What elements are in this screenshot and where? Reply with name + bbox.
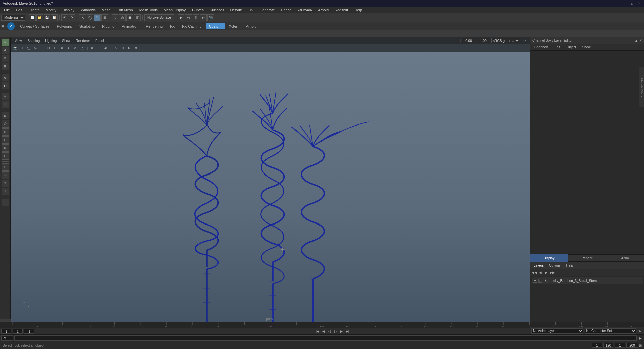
timeline-start[interactable] (1, 329, 11, 334)
play-end-btn[interactable]: ▶| (345, 329, 351, 334)
anim-layer-btn[interactable]: ⊟ (2, 136, 9, 144)
vp-tool3[interactable]: ⊟ (46, 45, 52, 51)
vp-tool10[interactable]: ◦ (96, 45, 102, 51)
timeline-display[interactable] (24, 329, 34, 334)
sculpt-btn[interactable]: ⊠ (2, 144, 9, 152)
ipr-btn[interactable]: ⊲ (185, 14, 192, 21)
vp-menu-show[interactable]: Show (60, 38, 72, 43)
vp-tool4[interactable]: ⊡ (52, 45, 58, 51)
snap-curve-btn[interactable]: ∿ (112, 14, 118, 21)
tab-animation[interactable]: Animation (118, 23, 142, 29)
play-fwd-btn[interactable]: ▷ (333, 329, 338, 334)
tab-curves-surfaces[interactable]: Curves / Surfaces (17, 23, 53, 29)
menu-edit[interactable]: Edit (13, 7, 25, 13)
workspace-dropdown[interactable]: Modeling (1, 15, 25, 21)
save-as-btn[interactable]: 📋 (51, 14, 58, 21)
scale-tool-btn[interactable]: ⊞ (2, 63, 9, 70)
menu-3dtoall[interactable]: -3DtoAll- (295, 7, 315, 13)
play-back-btn[interactable]: ◁ (327, 329, 332, 334)
vp-input-white[interactable] (477, 38, 490, 43)
vp-menu-shading[interactable]: Shading (25, 38, 42, 43)
render-seq-btn[interactable]: ⊳ (200, 14, 207, 21)
vp-camera-btn[interactable]: 📷 (12, 45, 18, 51)
tab-custom[interactable]: Custom (206, 23, 225, 29)
universal-manip-btn[interactable]: ⊕ (2, 74, 9, 81)
vp-tool14[interactable]: ⊳ (126, 45, 132, 51)
menu-file[interactable]: File (1, 7, 13, 13)
snap-toggle-btn[interactable]: ⊞ (2, 112, 9, 119)
take-snapshot-btn[interactable]: 📷 (207, 14, 214, 21)
anim-layer-select[interactable]: No Anim Layer (531, 328, 583, 334)
cmd-run-btn[interactable]: ▶ (638, 336, 643, 340)
cb-collapse-btn[interactable]: ▲ (635, 39, 638, 42)
menu-modify[interactable]: Modify (43, 7, 59, 13)
vp-menu-lighting[interactable]: Lighting (43, 38, 59, 43)
play-prev-btn[interactable]: ◀ (321, 329, 326, 334)
vp-tool7[interactable]: ✕ (72, 45, 78, 51)
shader-btn[interactable]: ⊣ (2, 171, 9, 179)
range-end2-input[interactable] (626, 343, 638, 348)
layer-visibility[interactable]: V (533, 279, 537, 283)
layers-tab-help[interactable]: Help (565, 263, 574, 268)
snap-grid-btn[interactable]: ⊞ (101, 14, 108, 21)
menu-edit-mesh[interactable]: Edit Mesh (114, 7, 136, 13)
layout-btn[interactable]: ⊞ (638, 343, 643, 348)
maximize-button[interactable]: □ (630, 1, 635, 6)
minimize-button[interactable]: — (623, 1, 628, 6)
tab-anim[interactable]: Anim (606, 254, 644, 262)
lasso-select-btn[interactable]: ◯ (87, 14, 93, 21)
menu-help[interactable]: Help (352, 7, 365, 13)
tab-fx-caching[interactable]: FX Caching (179, 23, 205, 29)
translate-tool-btn[interactable]: ⊕ (2, 47, 9, 54)
paint-attr-btn[interactable]: ✎ (2, 93, 9, 100)
menu-curves[interactable]: Curves (189, 7, 206, 13)
play-next-btn[interactable]: ▶ (339, 329, 344, 334)
display-btn[interactable]: ⊢ (2, 163, 9, 171)
snap-surface-btn[interactable]: ▣ (126, 14, 133, 21)
layers-tab-layers[interactable]: Layers (532, 263, 545, 268)
render-settings-btn[interactable]: ⚙ (193, 14, 199, 21)
vp-input-black[interactable] (462, 38, 475, 43)
cb-menu-edit[interactable]: Edit (552, 45, 563, 50)
vp-tool11[interactable]: ◉ (103, 45, 109, 51)
rotate-tool-btn[interactable]: ⟳ (2, 55, 9, 62)
vp-menu-panels[interactable]: Panels (93, 38, 108, 43)
tab-rendering[interactable]: Rendering (142, 23, 166, 29)
layers-prev-btn[interactable]: ◀◀ (532, 270, 537, 276)
display-layer-btn[interactable]: ⬡ (2, 120, 9, 128)
tab-fx[interactable]: FX (167, 23, 178, 29)
select-tool-btn[interactable]: ↖ (79, 14, 86, 21)
new-file-btn[interactable]: 📄 (29, 14, 36, 21)
play-start-btn[interactable]: |◀ (315, 329, 320, 334)
tab-polygons[interactable]: Polygons (54, 23, 75, 29)
cb-menu-channels[interactable]: Channels (532, 45, 551, 50)
layers-next-btn[interactable]: ▶ (544, 270, 549, 276)
vp-tool6[interactable]: ★ (66, 45, 72, 51)
vp-tool8[interactable]: △ (79, 45, 85, 51)
char-set-select[interactable]: No Character Set (585, 328, 637, 334)
select-tool-btn[interactable]: ↖ (2, 39, 9, 46)
save-file-btn[interactable]: 💾 (44, 14, 50, 21)
redo-btn[interactable]: ↷ (69, 14, 75, 21)
render-layer-btn[interactable]: ⊞ (2, 128, 9, 136)
vp-menu-extra[interactable]: ▽ (521, 38, 528, 43)
vp-tool1[interactable]: ◎ (32, 45, 38, 51)
layer-playback[interactable]: P (538, 279, 542, 283)
extra-btn[interactable]: ⋯ (2, 199, 9, 206)
vp-gamma-select[interactable]: sRGB gamma (491, 38, 520, 43)
vp-menu-renderer[interactable]: Renderer (74, 38, 92, 43)
snap-live-btn[interactable]: ◫ (134, 14, 141, 21)
tab-arnold[interactable]: Arnold (243, 23, 260, 29)
paint-select-btn[interactable]: ✎ (94, 14, 101, 21)
attribute-editor-tab[interactable]: Attribute Editor (639, 67, 644, 107)
command-input[interactable] (14, 335, 637, 341)
vp-paint-btn[interactable]: ◯ (25, 45, 32, 51)
vp-tool5[interactable]: ⊠ (59, 45, 65, 51)
model-btn[interactable]: ⊡ (2, 152, 9, 160)
show-manip-btn[interactable]: ⬛ (2, 101, 9, 108)
tab-rigging[interactable]: Rigging (99, 23, 118, 29)
anim-settings-btn[interactable]: ⚙ (638, 329, 643, 333)
vp-tool2[interactable]: ⊞ (39, 45, 45, 51)
vp-tool15[interactable]: ↺ (133, 45, 139, 51)
menu-mesh-tools[interactable]: Mesh Tools (137, 7, 160, 13)
